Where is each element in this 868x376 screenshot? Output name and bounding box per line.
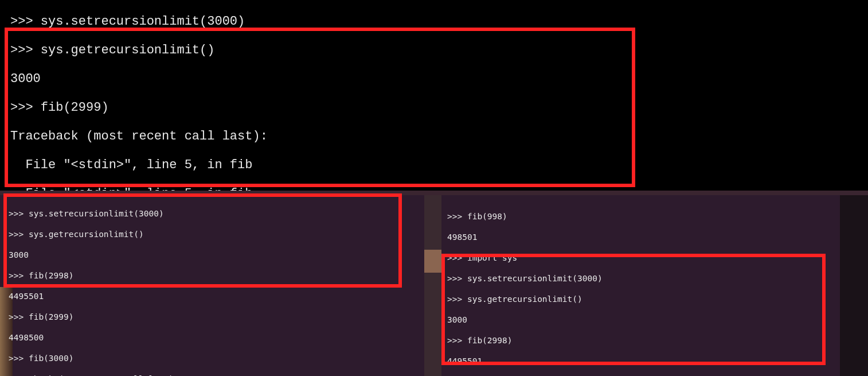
repl-line: >>> fib(3000): [9, 353, 421, 363]
repl-line: >>> import sys: [447, 253, 849, 263]
repl-line: >>> sys.setrecursionlimit(3000): [10, 14, 858, 29]
mid-gap-decor: [424, 195, 441, 376]
traceback-header: Traceback (most recent call last):: [10, 129, 858, 144]
repl-line: >>> fib(2999): [10, 100, 858, 115]
repl-line: >>> fib(998): [447, 211, 849, 222]
repl-line: >>> sys.getrecursionlimit(): [9, 229, 421, 239]
repl-line: >>> sys.getrecursionlimit(): [447, 294, 849, 304]
repl-line: >>> fib(2998): [9, 270, 421, 281]
repl-line: >>> sys.setrecursionlimit(3000): [447, 273, 849, 284]
bottom-right-terminal[interactable]: >>> fib(998) 498501 >>> import sys >>> s…: [447, 201, 849, 376]
repl-line: >>> sys.setrecursionlimit(3000): [9, 208, 421, 219]
repl-output: 3000: [447, 315, 849, 325]
bottom-left-terminal[interactable]: >>> sys.setrecursionlimit(3000) >>> sys.…: [9, 198, 421, 376]
traceback-header: Traceback (most recent call last):: [9, 374, 421, 376]
repl-output: 3000: [9, 250, 421, 260]
repl-line: >>> sys.getrecursionlimit(): [10, 43, 858, 57]
repl-line: >>> fib(2999): [9, 312, 421, 322]
repl-output: 4498500: [9, 332, 421, 343]
repl-output: 498501: [447, 232, 849, 242]
repl-line: >>> fib(2998): [447, 335, 849, 346]
repl-output: 4495501: [9, 291, 421, 301]
separator: [0, 191, 868, 195]
top-terminal[interactable]: >>> sys.setrecursionlimit(3000) >>> sys.…: [0, 0, 868, 191]
traceback-line: File "<stdin>", line 5, in fib: [10, 158, 858, 172]
repl-output: 3000: [10, 72, 858, 86]
repl-output: 4495501: [447, 356, 849, 366]
